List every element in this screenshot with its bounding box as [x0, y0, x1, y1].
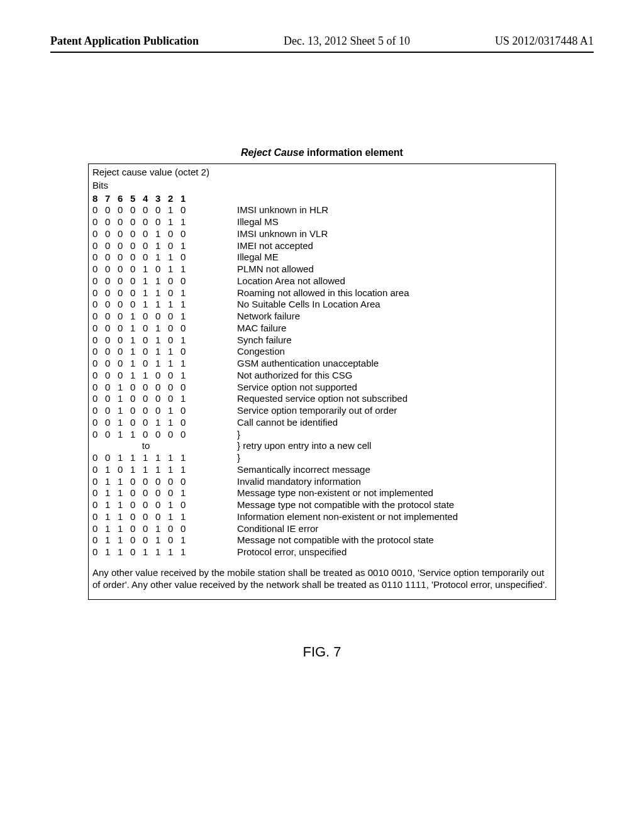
- desc-cell: Congestion: [199, 346, 552, 358]
- desc-cell: GSM authentication unacceptable: [199, 358, 552, 370]
- bits-cell: 01100100: [92, 523, 199, 535]
- table-row: 00000100IMSI unknown in VLR: [92, 228, 552, 240]
- reject-cause-table: Reject cause value (octet 2) Bits 876543…: [88, 163, 556, 600]
- desc-cell: Service option temporarily out of order: [199, 405, 552, 417]
- figure-label: FIG. 7: [50, 644, 594, 660]
- table-row: 00100010Service option temporarily out o…: [92, 405, 552, 417]
- desc-cell: PLMN not allowed: [199, 263, 552, 275]
- to-label: to: [92, 440, 199, 452]
- bits-cell: 00000100: [92, 228, 199, 240]
- bits-cell: 00001011: [92, 263, 199, 275]
- table-row: 00001101Roaming not allowed in this loca…: [92, 287, 552, 299]
- caption-italic: Reject Cause: [241, 147, 304, 158]
- table-row: 01100010Message type not compatible with…: [92, 499, 552, 511]
- desc-cell: Protocol error, unspecified: [199, 546, 552, 558]
- table-row: 01101111Protocol error, unspecified: [92, 546, 552, 558]
- desc-cell: Illegal MS: [199, 216, 552, 228]
- desc-cell: Network failure: [199, 311, 552, 323]
- bits-cell: 01011111: [92, 464, 199, 476]
- bits-cell: 00100001: [92, 393, 199, 405]
- table-row: 00001011PLMN not allowed: [92, 263, 552, 275]
- desc-cell: Synch failure: [199, 335, 552, 346]
- bits-cell: 00000101: [92, 240, 199, 252]
- table-row: 00000011Illegal MS: [92, 216, 552, 228]
- bits-cell: 00010101: [92, 335, 199, 346]
- bits-header-row: 87654321: [92, 193, 199, 205]
- table-row: 00110000}: [92, 429, 552, 441]
- table-row: 01100001Message type non-existent or not…: [92, 487, 552, 499]
- table-row: 00010110Congestion: [92, 346, 552, 358]
- desc-cell: Message type not compatible with the pro…: [199, 499, 552, 511]
- desc-cell: Not authorized for this CSG: [199, 370, 552, 382]
- desc-cell: Location Area not allowed: [199, 275, 552, 287]
- desc-cell: IMSI unknown in HLR: [199, 204, 552, 216]
- desc-cell: Roaming not allowed in this location are…: [199, 287, 552, 299]
- bits-cell: 01100001: [92, 487, 199, 499]
- bits-cell: 01100010: [92, 499, 199, 511]
- header-left: Patent Application Publication: [50, 35, 199, 48]
- bits-cell: 01100011: [92, 511, 199, 523]
- bits-cell: 00001101: [92, 287, 199, 299]
- desc-cell: IMSI unknown in VLR: [199, 228, 552, 240]
- table-row: 00010001Network failure: [92, 311, 552, 323]
- bits-cell: 00010111: [92, 358, 199, 370]
- header-rule: [50, 52, 594, 53]
- bits-cell: 00001100: [92, 275, 199, 287]
- table-row: 00001100Location Area not allowed: [92, 275, 552, 287]
- table-row: 00000101IMEI not accepted: [92, 240, 552, 252]
- table-title-2: Bits: [92, 180, 552, 192]
- desc-cell: Invalid mandatory information: [199, 476, 552, 488]
- desc-cell: Conditional IE error: [199, 523, 552, 535]
- desc-cell: MAC failure: [199, 323, 552, 335]
- table-row: 00001111No Suitable Cells In Location Ar…: [92, 299, 552, 311]
- table-row: 01100011Information element non-existent…: [92, 511, 552, 523]
- desc-cell: Requested service option not subscribed: [199, 393, 552, 405]
- table-row: 01100000Invalid mandatory information: [92, 476, 552, 488]
- bits-cell: 00010001: [92, 311, 199, 323]
- bits-cell: 00100110: [92, 417, 199, 429]
- to-desc: } retry upon entry into a new cell: [199, 440, 552, 452]
- bits-cell: 01100000: [92, 476, 199, 488]
- bits-cell: 00001111: [92, 299, 199, 311]
- desc-cell: Service option not supported: [199, 382, 552, 394]
- table-title-1: Reject cause value (octet 2): [92, 167, 552, 179]
- table-caption: Reject Cause information element: [50, 147, 594, 158]
- table-row: 00000110Illegal ME: [92, 252, 552, 263]
- header-mid: Dec. 13, 2012 Sheet 5 of 10: [284, 35, 410, 48]
- table-row: 00010101Synch failure: [92, 335, 552, 346]
- bits-cell: 00100000: [92, 382, 199, 394]
- table-row: 01100101Message not compatible with the …: [92, 534, 552, 546]
- desc-cell: No Suitable Cells In Location Area: [199, 299, 552, 311]
- bits-cell: 00011001: [92, 370, 199, 382]
- bits-cell: 00110000: [92, 429, 199, 441]
- table-row: 00011001Not authorized for this CSG: [92, 370, 552, 382]
- caption-bold: information element: [304, 147, 403, 158]
- table-row: 00111111}: [92, 452, 552, 464]
- table-row: 01100100Conditional IE error: [92, 523, 552, 535]
- desc-cell: IMEI not accepted: [199, 240, 552, 252]
- desc-cell: }: [199, 452, 552, 464]
- desc-cell: Call cannot be identified: [199, 417, 552, 429]
- bits-cell: 01101111: [92, 546, 199, 558]
- bits-cell: 00010110: [92, 346, 199, 358]
- desc-cell: Illegal ME: [199, 252, 552, 263]
- bits-cell: 00010100: [92, 323, 199, 335]
- table-row: 00100110Call cannot be identified: [92, 417, 552, 429]
- bits-cell: 00000010: [92, 204, 199, 216]
- bits-cell: 00111111: [92, 452, 199, 464]
- table-row: 00100001Requested service option not sub…: [92, 393, 552, 405]
- bits-cell: 00100010: [92, 405, 199, 417]
- bits-cell: 00000110: [92, 252, 199, 263]
- table-row: 00000010IMSI unknown in HLR: [92, 204, 552, 216]
- desc-cell: Semantically incorrect message: [199, 464, 552, 476]
- table-row: 01011111Semantically incorrect message: [92, 464, 552, 476]
- bits-cell: 00000011: [92, 216, 199, 228]
- header-right: US 2012/0317448 A1: [495, 35, 594, 48]
- desc-cell: }: [199, 429, 552, 441]
- desc-cell: Information element non-existent or not …: [199, 511, 552, 523]
- table-row: 00010100MAC failure: [92, 323, 552, 335]
- desc-cell: Message not compatible with the protocol…: [199, 534, 552, 546]
- table-footnote: Any other value received by the mobile s…: [92, 567, 552, 591]
- desc-cell: Message type non-existent or not impleme…: [199, 487, 552, 499]
- table-row: 00010111GSM authentication unacceptable: [92, 358, 552, 370]
